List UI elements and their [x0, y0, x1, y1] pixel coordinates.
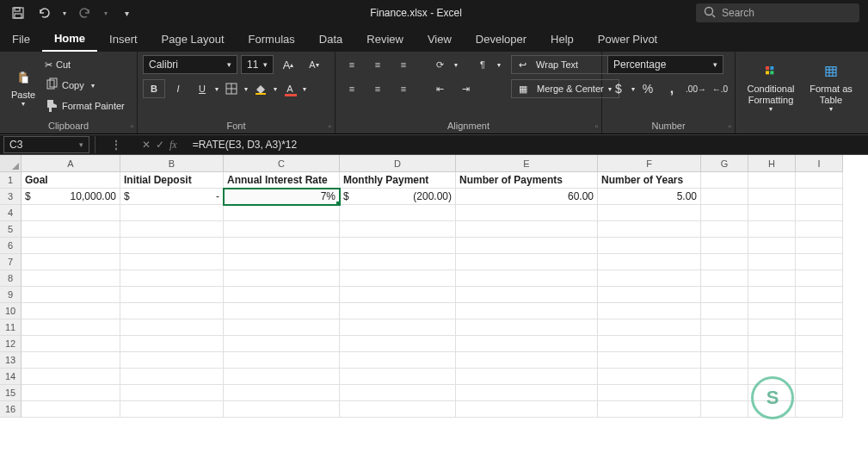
qat-customize-icon[interactable]: ▾ [117, 3, 136, 22]
cell-C3[interactable]: 7% [224, 189, 340, 205]
cell-D13[interactable] [340, 352, 456, 369]
cell-F9[interactable] [598, 287, 701, 303]
tab-insert[interactable]: Insert [97, 26, 150, 52]
align-right-icon[interactable]: ≡ [392, 79, 415, 98]
enter-icon[interactable]: ✓ [156, 139, 164, 151]
font-color-button[interactable]: A [279, 79, 301, 98]
col-header-F[interactable]: F [598, 155, 701, 172]
cell-C11[interactable] [224, 319, 340, 336]
cell-G3[interactable] [701, 189, 748, 205]
accounting-format-icon[interactable]: $ [607, 79, 630, 98]
name-box[interactable]: C3▾ [3, 136, 89, 153]
cell-I9[interactable] [796, 287, 843, 303]
cell-E8[interactable] [456, 270, 598, 287]
cell-G4[interactable] [701, 205, 748, 221]
cell-E14[interactable] [456, 369, 598, 385]
tab-formulas[interactable]: Formulas [237, 26, 307, 52]
cell-G9[interactable] [701, 287, 748, 303]
col-header-D[interactable]: D [340, 155, 456, 172]
cell-C13[interactable] [224, 352, 340, 369]
tab-help[interactable]: Help [539, 26, 586, 52]
cell-A14[interactable] [22, 369, 120, 385]
chevron-down-icon[interactable]: ▾ [497, 61, 501, 69]
cell-I7[interactable] [796, 254, 843, 270]
conditional-formatting-button[interactable]: Conditional Formatting▾ [741, 55, 801, 117]
format-painter-button[interactable]: Format Painter [45, 96, 125, 115]
row-header-3[interactable]: 3 [0, 189, 22, 205]
align-top-icon[interactable]: ≡ [341, 55, 363, 74]
dialog-launcher-icon[interactable]: ▫ [728, 121, 731, 131]
cell-H9[interactable] [748, 287, 796, 303]
cell-H6[interactable] [748, 238, 796, 254]
tab-review[interactable]: Review [354, 26, 416, 52]
paste-button[interactable]: Paste ▾ [5, 55, 41, 117]
cell-A1[interactable]: Goal [22, 172, 120, 189]
cell-E5[interactable] [456, 221, 598, 238]
cell-C8[interactable] [224, 270, 340, 287]
cell-A11[interactable] [22, 319, 120, 336]
row-header-16[interactable]: 16 [0, 401, 22, 418]
cell-H12[interactable] [748, 336, 796, 352]
cell-F5[interactable] [598, 221, 701, 238]
increase-decimal-icon[interactable]: .00→ [685, 79, 707, 98]
col-header-G[interactable]: G [701, 155, 748, 172]
row-header-5[interactable]: 5 [0, 221, 22, 238]
decrease-indent-icon[interactable]: ⇤ [428, 79, 451, 98]
cell-B11[interactable] [120, 319, 224, 336]
tab-power-pivot[interactable]: Power Pivot [586, 26, 669, 52]
format-as-table-button[interactable]: Format as Table▾ [804, 55, 858, 117]
cell-D10[interactable] [340, 303, 456, 319]
fx-icon[interactable]: fx [169, 139, 177, 152]
row-header-14[interactable]: 14 [0, 369, 22, 385]
cell-B9[interactable] [120, 287, 224, 303]
cell-A8[interactable] [22, 270, 120, 287]
cell-D3[interactable]: $(200.00) [340, 189, 456, 205]
underline-button[interactable]: U [191, 79, 213, 98]
cell-B6[interactable] [120, 238, 224, 254]
row-header-6[interactable]: 6 [0, 238, 22, 254]
row-header-7[interactable]: 7 [0, 254, 22, 270]
cell-G1[interactable] [701, 172, 748, 189]
cell-A7[interactable] [22, 254, 120, 270]
row-header-10[interactable]: 10 [0, 303, 22, 319]
cell-G12[interactable] [701, 336, 748, 352]
cell-F11[interactable] [598, 319, 701, 336]
cell-G15[interactable] [701, 385, 748, 401]
cell-E12[interactable] [456, 336, 598, 352]
cell-C7[interactable] [224, 254, 340, 270]
cell-A4[interactable] [22, 205, 120, 221]
align-left-icon[interactable]: ≡ [341, 79, 363, 98]
select-all-corner[interactable] [0, 155, 22, 172]
cell-C14[interactable] [224, 369, 340, 385]
tab-page-layout[interactable]: Page Layout [150, 26, 237, 52]
cell-I4[interactable] [796, 205, 843, 221]
cell-E9[interactable] [456, 287, 598, 303]
cell-H11[interactable] [748, 319, 796, 336]
cell-D8[interactable] [340, 270, 456, 287]
cell-B4[interactable] [120, 205, 224, 221]
dialog-launcher-icon[interactable]: ▫ [328, 121, 331, 131]
cell-D11[interactable] [340, 319, 456, 336]
cell-D9[interactable] [340, 287, 456, 303]
cell-H10[interactable] [748, 303, 796, 319]
cell-F15[interactable] [598, 385, 701, 401]
cell-G6[interactable] [701, 238, 748, 254]
cell-A10[interactable] [22, 303, 120, 319]
cell-I5[interactable] [796, 221, 843, 238]
row-header-9[interactable]: 9 [0, 287, 22, 303]
cell-F6[interactable] [598, 238, 701, 254]
row-header-11[interactable]: 11 [0, 319, 22, 336]
cell-H5[interactable] [748, 221, 796, 238]
cell-B15[interactable] [120, 385, 224, 401]
cell-E11[interactable] [456, 319, 598, 336]
cell-C9[interactable] [224, 287, 340, 303]
italic-button[interactable]: I [167, 79, 189, 98]
cell-D14[interactable] [340, 369, 456, 385]
row-header-13[interactable]: 13 [0, 352, 22, 369]
cell-F13[interactable] [598, 352, 701, 369]
cell-D12[interactable] [340, 336, 456, 352]
col-header-C[interactable]: C [224, 155, 340, 172]
redo-dropdown-icon[interactable]: ▾ [102, 3, 110, 22]
cell-G7[interactable] [701, 254, 748, 270]
col-header-E[interactable]: E [456, 155, 598, 172]
